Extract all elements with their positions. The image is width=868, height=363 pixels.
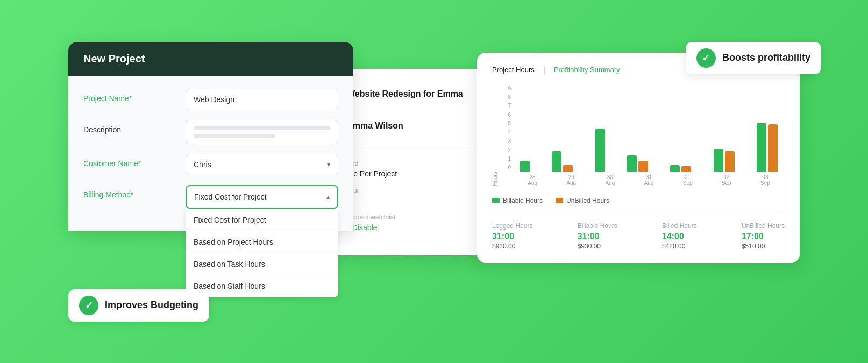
project-name-label: Project Name*: [83, 89, 175, 103]
bar-group-30aug: [595, 129, 605, 172]
bars-area: [513, 86, 785, 172]
card-body: Project Name* Description Customer Name*…: [68, 76, 353, 231]
bar-01sep-green: [670, 165, 680, 172]
tab-divider: |: [543, 66, 545, 75]
bar-28aug-green: [520, 161, 530, 172]
stat-unbilled-sub: $510.00: [742, 243, 785, 250]
y-label-7: 7: [508, 103, 511, 109]
customer-name-select[interactable]: Chris ▾: [186, 154, 338, 175]
customer-name-row: Customer Name* Chris ▾: [83, 154, 338, 175]
stat-logged-sub: $930.00: [492, 243, 532, 250]
y-label-6: 6: [508, 112, 511, 118]
description-row: Description: [83, 120, 338, 144]
bar-03sep-green: [757, 123, 766, 172]
card-title: New Project: [83, 53, 145, 65]
bar-group-28aug: [520, 161, 530, 172]
option-fixed-cost[interactable]: Fixed Cost for Project: [186, 209, 338, 231]
legend-unbilled: UnBilled Hours: [556, 197, 609, 204]
person-name: Emma Wilson: [347, 121, 403, 131]
watchlist-disable-link[interactable]: Disable: [352, 223, 378, 232]
x-label-03sep: 03Sep: [755, 174, 776, 186]
stat-billable-sub: $930.00: [578, 243, 617, 250]
stat-billed-hours: Billed Hours 14:00 $420.00: [662, 222, 697, 250]
bar-group-31aug: [627, 155, 648, 172]
chevron-down-icon: ▾: [327, 161, 330, 168]
bar-group-01sep: [670, 165, 691, 172]
billing-method-dropdown[interactable]: Fixed Cost for Project ▴ Fixed Cost for …: [186, 185, 338, 209]
option-project-hours[interactable]: Based on Project Hours: [186, 231, 338, 253]
stat-billed-label: Billed Hours: [662, 222, 697, 230]
stat-logged-label: Logged Hours: [492, 222, 532, 230]
x-label-02sep: 02Sep: [716, 174, 737, 186]
legend-billable-dot: [492, 198, 500, 203]
textarea-line-1: [194, 126, 330, 130]
stat-billable-label: Billable Hours: [578, 222, 617, 230]
legend-billable: Billable Hours: [492, 197, 543, 204]
option-task-hours[interactable]: Based on Task Hours: [186, 253, 338, 275]
billing-method-row: Billing Method* Fixed Cost for Project ▴…: [83, 185, 338, 209]
project-title: Website Redesign for Emma: [347, 89, 463, 100]
chevron-up-icon: ▴: [326, 193, 330, 201]
improves-budgeting-badge: ✓ Improves Budgeting: [68, 289, 209, 322]
legend-billable-label: Billable Hours: [503, 197, 543, 204]
stat-logged-hours: Logged Hours 31:00 $930.00: [492, 222, 532, 250]
x-label-01sep: 01Sep: [677, 174, 699, 186]
improves-budgeting-text: Improves Budgeting: [105, 300, 198, 311]
chart-legend: Billable Hours UnBilled Hours: [492, 197, 785, 204]
boosts-check-icon: ✓: [696, 48, 716, 68]
customer-name-value: Chris: [194, 160, 211, 169]
description-label: Description: [83, 120, 175, 134]
bar-03sep-orange: [768, 124, 778, 172]
bar-29aug-orange: [563, 165, 573, 172]
billing-method-label: Billing Method*: [83, 185, 175, 199]
y-label-5: 5: [508, 121, 511, 126]
stat-unbilled-label: UnBilled Hours: [742, 222, 785, 230]
bar-02sep-orange: [725, 151, 735, 172]
customer-name-label: Customer Name*: [83, 154, 175, 168]
tab-profitability[interactable]: Profitability Summary: [554, 66, 620, 75]
y-label-2: 2: [508, 148, 511, 153]
y-label-8: 8: [508, 95, 511, 100]
x-label-28aug: 28Aug: [522, 174, 543, 186]
analytics-card: Project Hours | Profitability Summary Ho…: [477, 53, 800, 263]
bar-group-03sep: [757, 123, 778, 172]
bar-29aug-green: [552, 151, 561, 172]
y-label-4: 4: [508, 130, 511, 136]
billing-method-value: Fixed Cost for Project: [194, 193, 267, 201]
y-label-9: 9: [508, 86, 511, 91]
bar-30aug-green: [595, 129, 605, 172]
x-label-31aug: 31Aug: [638, 174, 659, 186]
stat-logged-value: 31:00: [492, 232, 532, 241]
bar-group-02sep: [714, 149, 735, 172]
stat-billed-value: 14:00: [662, 232, 697, 241]
bar-01sep-orange: [681, 166, 691, 172]
stats-row: Logged Hours 31:00 $930.00 Billable Hour…: [492, 213, 785, 250]
chart-area: Hours 9 8 7 6 5 4 3 2 1 0: [492, 86, 785, 186]
stat-unbilled-hours: UnBilled Hours 17:00 $510.00: [742, 222, 785, 250]
bar-31aug-orange: [638, 161, 648, 172]
chart-container: 28Aug 29Aug 30Aug 31Aug 01Sep 02Sep 03Se…: [513, 86, 785, 186]
billing-method-menu: Fixed Cost for Project Based on Project …: [186, 209, 338, 297]
description-textarea[interactable]: [186, 120, 338, 144]
y-label-3: 3: [508, 139, 511, 144]
textarea-line-2: [194, 134, 275, 138]
legend-unbilled-label: UnBilled Hours: [566, 197, 609, 204]
y-axis: 9 8 7 6 5 4 3 2 1 0: [502, 86, 513, 186]
x-labels: 28Aug 29Aug 30Aug 31Aug 01Sep 02Sep 03Se…: [513, 174, 785, 186]
stat-billable-hours: Billable Hours 31:00 $930.00: [578, 222, 617, 250]
tab-project-hours[interactable]: Project Hours: [492, 66, 535, 75]
stat-billable-value: 31:00: [578, 232, 617, 241]
x-label-30aug: 30Aug: [599, 174, 621, 186]
stat-unbilled-value: 17:00: [742, 232, 785, 241]
y-axis-label: Hours: [492, 86, 498, 186]
project-name-input[interactable]: [186, 89, 338, 110]
boosts-profitability-badge: ✓ Boosts profitability: [686, 42, 821, 74]
x-label-29aug: 29Aug: [560, 174, 582, 186]
new-project-card: New Project Project Name* Description Cu…: [68, 42, 353, 231]
billing-method-selected: Fixed Cost for Project ▴: [187, 186, 337, 208]
y-label-1: 1: [508, 156, 511, 162]
bar-02sep-green: [714, 149, 723, 172]
bar-group-29aug: [552, 151, 573, 172]
bar-31aug-green: [627, 155, 637, 172]
stat-billed-sub: $420.00: [662, 243, 697, 250]
